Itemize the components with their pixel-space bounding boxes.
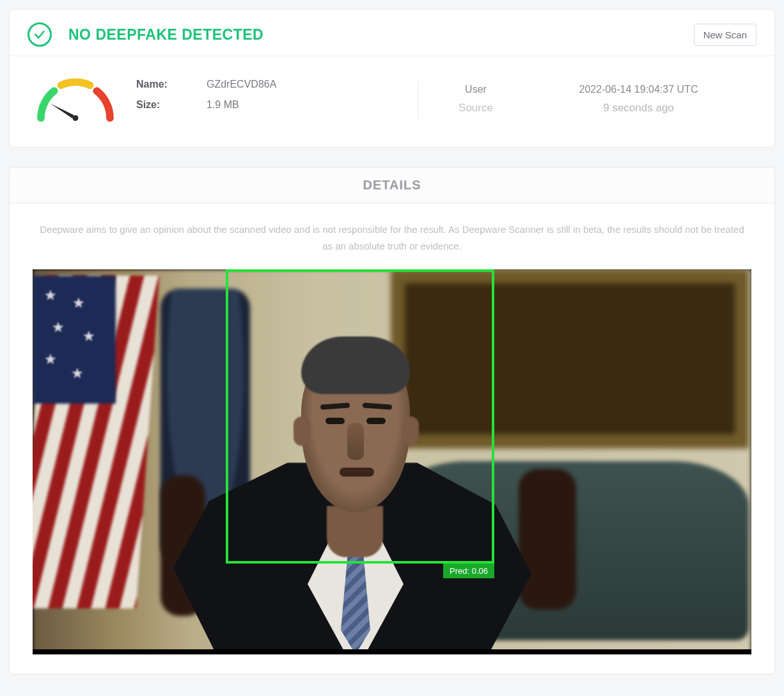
origin-label: User xyxy=(431,84,521,95)
check-circle-icon xyxy=(27,22,52,47)
relative-time: 9 seconds ago xyxy=(521,102,757,115)
size-label: Size: xyxy=(136,99,207,111)
divider xyxy=(418,80,418,118)
risk-gauge-icon xyxy=(27,69,130,129)
prediction-label: Pred: 0.06 xyxy=(443,564,494,578)
details-header: DETAILS xyxy=(10,168,774,203)
scan-result-card: NO DEEPFAKE DETECTED New Scan Name: GZdr… xyxy=(9,9,775,148)
face-detection-box xyxy=(226,269,494,564)
video-frame: ★ ★ ★ ★ ★ ★ Pred: 0.06 xyxy=(33,269,751,654)
origin-column: User Source xyxy=(431,84,521,115)
disclaimer-text: Deepware aims to give an opinion about t… xyxy=(10,203,774,269)
name-value: GZdrECVD86A xyxy=(207,79,276,90)
time-column: 2022-06-14 19:04:37 UTC 9 seconds ago xyxy=(521,84,757,115)
result-status-title: NO DEEPFAKE DETECTED xyxy=(68,26,694,44)
name-label: Name: xyxy=(136,79,207,90)
file-info: Name: GZdrECVD86A Size: 1.9 MB xyxy=(136,79,405,120)
origin-value: Source xyxy=(431,102,521,115)
result-body: Name: GZdrECVD86A Size: 1.9 MB User Sour… xyxy=(10,56,774,147)
details-card: DETAILS Deepware aims to give an opinion… xyxy=(9,167,775,674)
result-header: NO DEEPFAKE DETECTED New Scan xyxy=(10,10,774,56)
timestamp: 2022-06-14 19:04:37 UTC xyxy=(521,84,757,95)
new-scan-button[interactable]: New Scan xyxy=(694,24,757,46)
size-value: 1.9 MB xyxy=(207,99,239,111)
